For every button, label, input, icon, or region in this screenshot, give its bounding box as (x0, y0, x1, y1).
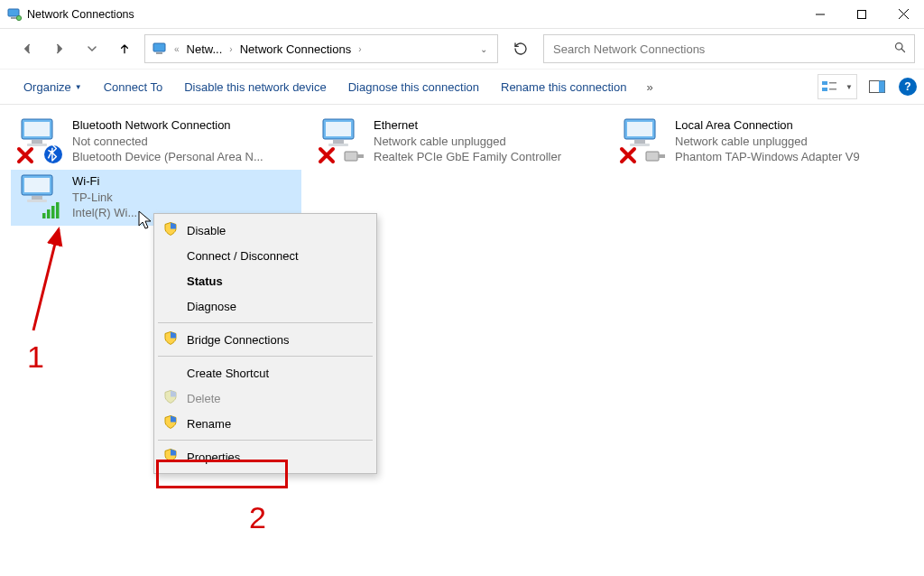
ctx-label: Create Shortcut (187, 367, 269, 380)
svg-rect-38 (42, 213, 46, 218)
maximize-button[interactable] (841, 0, 882, 29)
menu-separator (158, 356, 373, 357)
svg-rect-41 (56, 202, 60, 218)
context-menu: Disable Connect / Disconnect Status Diag… (153, 213, 377, 474)
svg-rect-1 (11, 17, 16, 19)
breadcrumb-chevron-icon[interactable]: « (174, 44, 180, 54)
connection-icon (619, 117, 666, 164)
ctx-create-shortcut[interactable]: Create Shortcut (156, 360, 374, 386)
svg-rect-24 (333, 140, 344, 144)
svg-rect-32 (646, 152, 659, 161)
connection-device: Phantom TAP-Windows Adapter V9 (675, 149, 860, 165)
uac-shield-icon (163, 390, 178, 407)
ctx-bridge-connections[interactable]: Bridge Connections (156, 327, 374, 352)
connection-name: Local Area Connection (675, 117, 860, 134)
svg-rect-29 (627, 122, 652, 136)
connection-device: Bluetooth Device (Personal Area N... (72, 149, 263, 165)
ctx-delete: Delete (156, 386, 374, 411)
titlebar: Network Connections (0, 0, 924, 29)
close-button[interactable] (882, 0, 924, 29)
svg-rect-27 (357, 154, 364, 158)
connection-device: Realtek PCIe GbE Family Controller (374, 149, 561, 165)
uac-shield-icon (163, 331, 178, 348)
content-area: Bluetooth Network Connection Not connect… (0, 105, 924, 576)
annotation-number-1: 1 (27, 339, 44, 375)
diagnose-connection-button[interactable]: Diagnose this connection (337, 77, 490, 98)
svg-rect-0 (8, 9, 19, 16)
search-input[interactable]: Search Network Connections (543, 34, 915, 63)
connection-name: Ethernet (374, 117, 561, 134)
connection-grid: Bluetooth Network Connection Not connect… (11, 114, 913, 226)
connection-tile-bluetooth[interactable]: Bluetooth Network Connection Not connect… (11, 114, 301, 170)
uac-shield-icon (163, 415, 178, 432)
svg-rect-39 (47, 209, 51, 218)
connection-icon (16, 173, 63, 220)
chevron-down-icon: ▼ (845, 83, 853, 91)
connection-status: TP-Link (72, 190, 137, 206)
ctx-connect-disconnect[interactable]: Connect / Disconnect (156, 243, 374, 268)
back-button[interactable] (14, 36, 40, 61)
app-icon (7, 7, 22, 22)
window-controls (799, 0, 924, 29)
view-options-button[interactable]: ▼ (818, 74, 857, 99)
svg-rect-4 (858, 10, 866, 18)
wifi-signal-icon (42, 200, 63, 220)
svg-point-2 (16, 15, 21, 20)
address-bar[interactable]: « Netw... › Network Connections › ⌄ (144, 34, 498, 63)
svg-line-10 (901, 49, 904, 51)
svg-rect-40 (51, 206, 55, 218)
ctx-properties[interactable]: Properties (156, 444, 374, 469)
connection-tile-lan[interactable]: Local Area Connection Network cable unpl… (614, 114, 904, 170)
ctx-diagnose[interactable]: Diagnose (156, 293, 374, 319)
connection-icon (16, 117, 63, 164)
connection-name: Bluetooth Network Connection (72, 117, 263, 134)
breadcrumb-segment[interactable]: Netw... (181, 42, 228, 56)
menu-separator (158, 440, 373, 441)
svg-rect-11 (822, 81, 827, 85)
bluetooth-icon (43, 144, 63, 164)
svg-rect-12 (822, 88, 827, 91)
connection-icon (318, 117, 365, 164)
refresh-button[interactable] (505, 34, 536, 63)
window-title: Network Connections (27, 8, 134, 21)
svg-rect-18 (24, 122, 50, 136)
recent-locations-button[interactable] (79, 36, 105, 61)
connection-status: Network cable unplugged (675, 134, 860, 150)
svg-rect-23 (326, 122, 351, 136)
disconnected-x-icon (16, 146, 34, 164)
rename-connection-button[interactable]: Rename this connection (490, 77, 637, 98)
uac-shield-icon (163, 222, 178, 239)
svg-rect-14 (829, 88, 836, 90)
ctx-label: Diagnose (187, 300, 236, 313)
ctx-rename[interactable]: Rename (156, 411, 374, 436)
svg-rect-19 (32, 140, 42, 144)
location-icon (152, 41, 169, 57)
nav-row: « Netw... › Network Connections › ⌄ Sear… (0, 29, 924, 69)
up-button[interactable] (112, 36, 137, 61)
ctx-disable[interactable]: Disable (156, 218, 374, 243)
svg-rect-36 (32, 196, 42, 200)
uac-shield-icon (163, 449, 178, 466)
chevron-right-icon[interactable]: › (358, 44, 361, 54)
connect-to-button[interactable]: Connect To (93, 77, 174, 98)
minimize-button[interactable] (799, 0, 841, 29)
ethernet-plug-icon (343, 148, 365, 164)
address-dropdown-button[interactable]: ⌄ (474, 44, 494, 54)
svg-rect-30 (634, 140, 645, 144)
svg-rect-26 (345, 152, 357, 161)
breadcrumb-segment[interactable]: Network Connections (235, 42, 357, 56)
search-icon[interactable] (893, 41, 907, 57)
help-button[interactable]: ? (899, 78, 917, 96)
preview-pane-button[interactable] (864, 74, 890, 99)
connection-tile-ethernet[interactable]: Ethernet Network cable unplugged Realtek… (312, 114, 603, 170)
ctx-status[interactable]: Status (156, 268, 374, 293)
connection-status: Network cable unplugged (374, 134, 561, 150)
chevron-right-icon[interactable]: › (229, 44, 232, 54)
disable-device-button[interactable]: Disable this network device (173, 77, 337, 98)
svg-rect-13 (829, 82, 836, 84)
svg-rect-33 (659, 154, 665, 158)
toolbar-overflow-button[interactable]: » (637, 80, 661, 94)
forward-button[interactable] (47, 36, 72, 61)
ethernet-plug-icon (644, 148, 666, 164)
organize-menu[interactable]: Organize ▼ (13, 77, 93, 98)
